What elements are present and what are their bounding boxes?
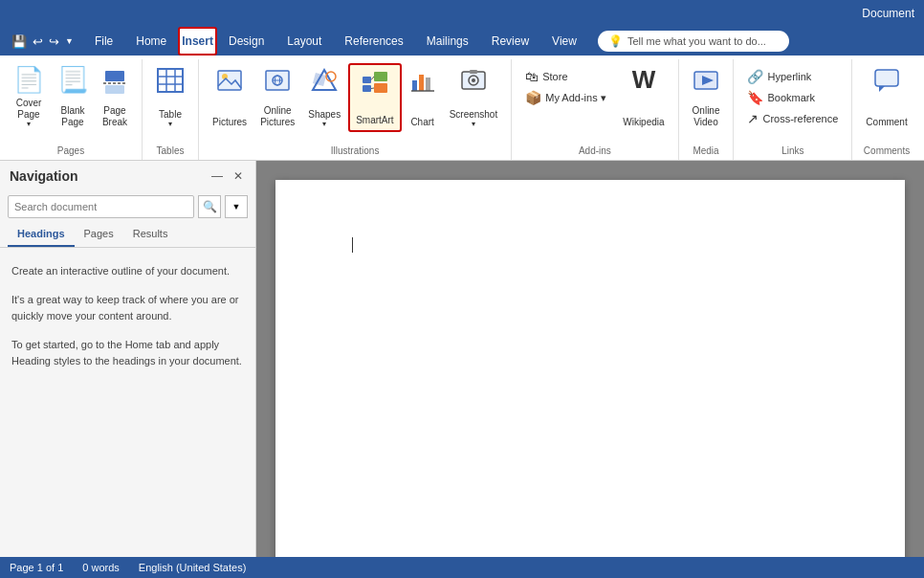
hyperlink-label: Hyperlink (767, 71, 811, 82)
svg-rect-25 (426, 78, 430, 91)
page-info: Page 1 of 1 (10, 562, 63, 573)
tell-me-input[interactable]: 💡 Tell me what you want to do... (598, 31, 789, 52)
blank-page-label: BlankPage (60, 105, 84, 128)
hyperlink-button[interactable]: 🔗 Hyperlink (741, 67, 844, 86)
undo-icon[interactable]: ↩ (33, 34, 43, 49)
chart-label: Chart (410, 117, 433, 128)
store-icon: 🛍 (525, 69, 539, 84)
document-page[interactable] (275, 180, 905, 557)
smartart-icon (361, 69, 389, 100)
save-icon[interactable]: 💾 (11, 34, 27, 49)
cover-page-button[interactable]: 📄 CoverPage ▾ (8, 63, 50, 132)
bookmark-icon: 🔖 (747, 90, 763, 105)
addins-group-label: Add-ins (519, 144, 670, 160)
screenshot-icon (460, 67, 487, 98)
ribbon-group-addins: 🛍 Store 📦 My Add-ins ▾ W Wikipedia Add-i… (512, 59, 678, 160)
svg-rect-30 (470, 70, 477, 74)
media-group-label: Media (687, 144, 726, 160)
main-area: Navigation — ✕ 🔍 ▼ Headings Pages Result… (0, 161, 924, 557)
tables-items: Table ▾ (150, 63, 190, 144)
tab-references[interactable]: References (333, 27, 414, 56)
smartart-label: SmartArt (356, 115, 393, 126)
my-addins-button[interactable]: 📦 My Add-ins ▾ (519, 88, 615, 107)
wikipedia-label: Wikipedia (623, 117, 664, 128)
addins-items: 🛍 Store 📦 My Add-ins ▾ W Wikipedia (519, 63, 670, 144)
ribbon-group-pages: 📄 CoverPage ▾ 📃 BlankPage PageBreak Page… (0, 59, 143, 160)
language: English (United States) (139, 562, 247, 573)
pages-items: 📄 CoverPage ▾ 📃 BlankPage PageBreak (8, 63, 134, 144)
svg-rect-33 (875, 70, 898, 86)
online-pictures-button[interactable]: OnlinePictures (254, 63, 300, 132)
shapes-button[interactable]: Shapes ▾ (302, 63, 346, 132)
quick-access-toolbar: 💾 ↩ ↪ ▼ (4, 34, 81, 49)
tables-group-label: Tables (150, 144, 190, 160)
ribbon-group-media: OnlineVideo Media (679, 59, 735, 160)
ribbon-group-comments: Comment Comments (852, 59, 920, 160)
nav-tab-pages[interactable]: Pages (75, 222, 123, 247)
nav-tab-headings[interactable]: Headings (8, 222, 75, 247)
svg-rect-0 (105, 71, 124, 81)
ribbon-group-tables: Table ▾ Tables (143, 59, 199, 160)
tab-layout[interactable]: Layout (275, 27, 333, 56)
smartart-button[interactable]: SmartArt (348, 63, 401, 132)
tab-view[interactable]: View (540, 27, 588, 56)
nav-tab-results[interactable]: Results (123, 222, 178, 247)
bookmark-button[interactable]: 🔖 Bookmark (741, 88, 844, 107)
text-cursor (352, 237, 353, 253)
comments-group-label: Comments (860, 144, 913, 160)
svg-rect-18 (363, 85, 371, 92)
cross-reference-icon: ↗ (747, 111, 759, 126)
tell-me-placeholder: Tell me what you want to do... (627, 35, 766, 47)
online-video-label: OnlineVideo (693, 105, 720, 128)
pictures-icon (216, 67, 243, 98)
search-options-button[interactable]: ▼ (225, 195, 248, 218)
navigation-collapse-button[interactable]: — (209, 168, 225, 184)
navigation-header: Navigation — ✕ (0, 161, 255, 191)
wikipedia-icon: W (632, 67, 656, 92)
online-pictures-icon (264, 67, 291, 98)
comments-items: Comment (860, 63, 913, 144)
shapes-label: Shapes ▾ (308, 109, 341, 128)
cross-reference-button[interactable]: ↗ Cross-reference (741, 109, 844, 128)
svg-rect-20 (374, 83, 387, 93)
tab-review[interactable]: Review (480, 27, 540, 56)
svg-rect-24 (419, 75, 424, 91)
navigation-close-button[interactable]: ✕ (231, 168, 246, 184)
svg-rect-15 (314, 74, 325, 85)
nav-description-2: It's a great way to keep track of where … (11, 292, 244, 325)
tab-file[interactable]: File (83, 27, 124, 56)
navigation-tabs: Headings Pages Results (0, 222, 255, 248)
comment-icon (873, 67, 900, 98)
tab-insert[interactable]: Insert (178, 27, 217, 56)
chart-button[interactable]: Chart (404, 63, 442, 132)
page-break-button[interactable]: PageBreak (96, 63, 134, 132)
svg-line-21 (371, 77, 374, 80)
tab-home[interactable]: Home (124, 27, 178, 56)
ribbon-group-links: 🔗 Hyperlink 🔖 Bookmark ↗ Cross-reference… (734, 59, 852, 160)
links-items: 🔗 Hyperlink 🔖 Bookmark ↗ Cross-reference (741, 63, 844, 144)
customize-quick-access-icon[interactable]: ▼ (65, 36, 74, 46)
wikipedia-button[interactable]: W Wikipedia (617, 63, 670, 132)
pictures-label: Pictures (212, 117, 247, 128)
chart-icon (409, 67, 436, 98)
tab-design[interactable]: Design (217, 27, 275, 56)
svg-rect-3 (158, 69, 183, 92)
nav-description-3: To get started, go to the Home tab and a… (11, 337, 244, 370)
tab-mailings[interactable]: Mailings (415, 27, 480, 56)
search-input[interactable] (8, 195, 194, 218)
svg-rect-19 (374, 72, 387, 81)
illustrations-items: Pictures OnlinePictures (207, 63, 503, 144)
illustrations-group-label: Illustrations (207, 144, 503, 160)
blank-page-button[interactable]: 📃 BlankPage (52, 63, 94, 132)
document-area[interactable] (256, 161, 924, 557)
table-button[interactable]: Table ▾ (150, 63, 190, 132)
online-video-button[interactable]: OnlineVideo (687, 63, 726, 132)
search-button[interactable]: 🔍 (198, 195, 221, 218)
pictures-button[interactable]: Pictures (207, 63, 253, 132)
screenshot-button[interactable]: Screenshot ▾ (444, 63, 504, 132)
my-addins-icon: 📦 (525, 90, 541, 105)
redo-icon[interactable]: ↪ (49, 34, 59, 49)
store-button[interactable]: 🛍 Store (519, 67, 615, 86)
title-bar: Document (0, 0, 924, 27)
comment-button[interactable]: Comment (860, 63, 913, 132)
